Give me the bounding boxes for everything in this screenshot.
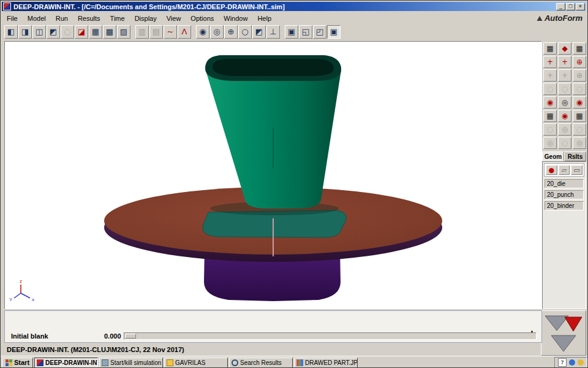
window-export-icon[interactable]: ◱ bbox=[299, 25, 312, 39]
viewport-3d[interactable]: z Y x bbox=[4, 41, 542, 309]
taskbar-item-autoform[interactable]: DEEP-DRAWIN-INT. - [... bbox=[34, 358, 98, 368]
plane-display-icon[interactable]: ▱ bbox=[559, 165, 570, 175]
start-button[interactable]: Start bbox=[2, 358, 33, 368]
window-fit-icon[interactable]: ▣ bbox=[285, 25, 298, 39]
globe-icon[interactable]: ⊕ bbox=[224, 25, 238, 39]
marker-icon[interactable]: ◆ bbox=[558, 42, 571, 55]
extra-disabled1-icon[interactable]: ◌ bbox=[543, 123, 557, 136]
app-icon[interactable] bbox=[3, 2, 11, 10]
grid-point-icon[interactable]: ◉ bbox=[558, 110, 571, 122]
copy-page-icon[interactable]: ◫ bbox=[32, 25, 46, 39]
taskbar: Start DEEP-DRAWIN-INT. - [... Start/kill… bbox=[1, 356, 588, 368]
open-page-icon[interactable]: ◨ bbox=[18, 25, 32, 39]
menu-options[interactable]: Options bbox=[186, 13, 219, 23]
formula-icon[interactable]: Λ bbox=[178, 25, 191, 39]
clip-plane-icon[interactable]: ◩ bbox=[252, 25, 266, 39]
triad-icon[interactable]: ⊥ bbox=[266, 25, 280, 39]
taskbar-item-simulation[interactable]: Start/kill simulation / vie... bbox=[99, 358, 163, 368]
menu-file[interactable]: File bbox=[2, 13, 23, 23]
section-sphere3-icon[interactable]: ◉ bbox=[573, 96, 586, 109]
extra-disabled4-icon[interactable]: ◎ bbox=[543, 137, 557, 149]
extra-disabled2-icon[interactable]: ◎ bbox=[558, 123, 571, 136]
bars2-icon[interactable]: ▤ bbox=[149, 25, 163, 39]
object-list: 20_die 20_punch 20_binder bbox=[544, 179, 584, 210]
save-page-icon[interactable]: ◩ bbox=[47, 25, 60, 39]
menubar: File Model Run Results Time Display View… bbox=[2, 12, 586, 24]
section-sphere-icon[interactable]: ◉ bbox=[543, 96, 557, 109]
autoform-window: DEEP-DRAWIN-INT. - [/C=/Documents and Se… bbox=[0, 0, 588, 368]
timeline-slider[interactable] bbox=[124, 332, 537, 340]
circle-disabled3-icon[interactable]: ◌ bbox=[573, 83, 586, 95]
windows-logo-icon bbox=[6, 359, 12, 366]
taskbar-item-paint[interactable]: DRAWED PART.JPG - Paint bbox=[294, 358, 358, 368]
taskbar-item-label: Search Results bbox=[240, 359, 282, 366]
tray-badge-icon[interactable]: 7 bbox=[558, 358, 567, 367]
close-button[interactable]: × bbox=[576, 3, 585, 10]
menu-time[interactable]: Time bbox=[105, 13, 130, 23]
maximize-button[interactable]: □ bbox=[566, 3, 575, 10]
probe-disabled-icon[interactable]: ⊕ bbox=[573, 69, 586, 82]
section-sphere2-icon[interactable]: ◎ bbox=[558, 96, 571, 109]
step-forward-icon[interactable] bbox=[551, 335, 576, 351]
circle-disabled2-icon[interactable]: ◌ bbox=[558, 83, 571, 95]
axis-z-label: z bbox=[20, 278, 22, 284]
tray-blue-icon[interactable] bbox=[569, 359, 575, 366]
tray-yellow-icon[interactable] bbox=[578, 359, 584, 366]
menu-view[interactable]: View bbox=[162, 13, 186, 23]
minimize-button[interactable]: _ bbox=[556, 3, 565, 10]
bars-icon[interactable]: ▥ bbox=[135, 25, 149, 39]
render-window-icon[interactable]: ▣ bbox=[327, 25, 341, 39]
cylinder-display-icon[interactable]: ▭ bbox=[571, 165, 582, 175]
extra-disabled6-icon[interactable]: ◎ bbox=[573, 137, 586, 149]
notes-icon[interactable]: ▨ bbox=[117, 25, 130, 39]
move-disabled-icon[interactable]: + bbox=[543, 69, 557, 82]
taskbar-item-search[interactable]: Search Results bbox=[229, 358, 293, 368]
object-item-punch[interactable]: 20_punch bbox=[545, 190, 584, 199]
animation-panel: Initial blank 0.000 bbox=[4, 310, 542, 343]
extra-disabled3-icon[interactable]: ◌ bbox=[573, 123, 586, 136]
table-edit-icon[interactable]: ▩ bbox=[103, 25, 116, 39]
sphere-shaded-icon[interactable]: ◉ bbox=[196, 25, 209, 39]
mirror-icon[interactable]: ◌ bbox=[61, 25, 74, 39]
menu-model[interactable]: Model bbox=[23, 13, 51, 23]
axis-y-label: Y bbox=[9, 297, 13, 302]
menu-results[interactable]: Results bbox=[73, 13, 105, 23]
die-solid-icon[interactable]: ● bbox=[546, 165, 557, 175]
autoform-logo-icon bbox=[537, 15, 543, 21]
curve-icon[interactable]: ~ bbox=[164, 25, 177, 39]
move-tool2-icon[interactable]: + bbox=[558, 56, 571, 68]
folder-icon bbox=[167, 359, 173, 366]
menu-display[interactable]: Display bbox=[130, 13, 162, 23]
object-item-binder[interactable]: 20_binder bbox=[545, 201, 584, 210]
menu-help[interactable]: Help bbox=[252, 13, 276, 23]
object-item-die[interactable]: 20_die bbox=[545, 179, 584, 188]
circle-disabled-icon[interactable]: ◌ bbox=[543, 83, 557, 95]
cup-opening-inner bbox=[213, 59, 334, 76]
sphere-mesh-icon[interactable]: ◎ bbox=[210, 25, 224, 39]
window-up-icon[interactable]: ◰ bbox=[313, 25, 326, 39]
step-play-icon[interactable] bbox=[565, 317, 582, 331]
grid-tool2-icon[interactable]: ▦ bbox=[573, 110, 586, 122]
circle-icon[interactable]: ○ bbox=[238, 25, 252, 39]
taskbar-item-gavrilas[interactable]: GAVRILAS bbox=[164, 358, 228, 368]
display-mode-row: ● ▱ ▭ bbox=[544, 163, 584, 177]
mesh-check2-icon[interactable]: ▦ bbox=[573, 42, 586, 55]
tab-rslts[interactable]: Rslts bbox=[564, 151, 586, 161]
menu-run[interactable]: Run bbox=[51, 13, 73, 23]
tab-geom[interactable]: Geom bbox=[542, 151, 564, 161]
grid-tool-icon[interactable]: ▦ bbox=[543, 110, 557, 122]
probe-icon[interactable]: ⊕ bbox=[573, 56, 586, 68]
move-tool-icon[interactable]: + bbox=[543, 56, 557, 68]
taskbar-item-label: GAVRILAS bbox=[175, 359, 205, 366]
stage-value: 0.000 bbox=[104, 332, 121, 340]
mesh-check-icon[interactable]: ▦ bbox=[543, 42, 557, 55]
menu-window[interactable]: Window bbox=[219, 13, 252, 23]
extra-disabled5-icon[interactable]: ◌ bbox=[558, 137, 571, 149]
new-page-icon[interactable]: ◧ bbox=[4, 25, 18, 39]
trim-icon[interactable]: ◪ bbox=[75, 25, 88, 39]
move-disabled2-icon[interactable]: + bbox=[558, 69, 571, 82]
step-back-icon[interactable] bbox=[545, 316, 568, 331]
table-icon[interactable]: ▦ bbox=[89, 25, 102, 39]
statusbar: DEEP-DRAWIN-INT. (M201-CLUJ\M201-CJ, 22 … bbox=[2, 345, 547, 355]
slider-thumb[interactable] bbox=[125, 334, 136, 339]
